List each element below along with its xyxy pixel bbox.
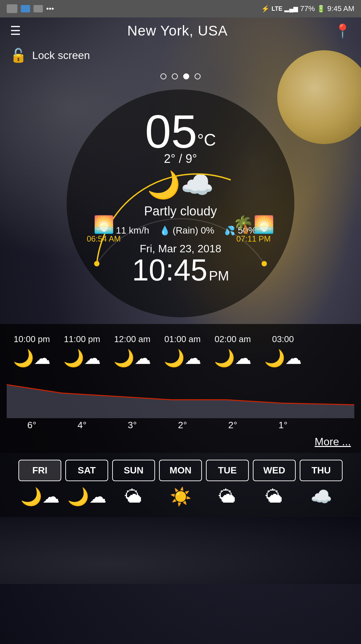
days-section: FRI SAT SUN MON TUE WED THU 🌙☁ 🌙☁ 🌥 ☀️ 🌥… [0,453,361,517]
day-icon-thu: ☁️ [300,487,343,507]
day-button-sun[interactable]: SUN [112,460,155,481]
weather-arc [67,89,294,317]
hourly-item-3: 01:00 am 🌙☁ [157,331,208,371]
hourly-time-0: 10:00 pm [7,334,57,344]
page-dot-4[interactable] [195,73,201,79]
menu-button[interactable]: ☰ [10,24,21,38]
day-icons-row: 🌙☁ 🌙☁ 🌥 ☀️ 🌥 🌥 ☁️ [3,487,358,514]
status-bar: ••• ⚡ LTE ▂▄▆ 77% 🔋 9:45 AM [0,0,361,17]
page-dots [0,67,361,83]
status-bar-left: ••• [7,4,54,13]
city-name: New York, USA [127,23,228,39]
temp-chart-svg [7,375,354,418]
hourly-icon-5: 🌙☁ [258,348,308,368]
sunset-icon: 🌴🌅 [233,215,274,234]
hourly-icon-1: 🌙☁ [57,348,107,368]
weather-circle-container: 🌅 06:54 AM 🌴🌅 07:11 PM 05°C 2° / 9° 🌙☁️ [0,83,361,324]
hourly-icon-4: 🌙☁ [208,348,258,368]
more-apps-icon: ••• [46,4,54,13]
temperature-chart [7,375,354,418]
hourly-time-1: 11:00 pm [57,334,107,344]
mail-icon [33,5,43,12]
location-icon[interactable]: 📍 [334,23,351,39]
battery-icon: 🔋 [317,5,325,13]
status-bar-right: ⚡ LTE ▂▄▆ 77% 🔋 9:45 AM [261,4,354,13]
page-dot-3[interactable] [183,73,189,79]
more-row: More ... [0,432,361,453]
svg-point-1 [262,261,267,266]
day-icon-sat: 🌙☁ [65,487,108,507]
temp-label-2: 3° [107,418,157,432]
day-button-thu[interactable]: THU [300,460,343,481]
svg-marker-2 [7,385,354,418]
bluetooth-icon: ⚡ [261,5,270,13]
lock-screen-row[interactable]: 🔓 Lock screen [0,44,361,67]
bottom-bg [0,517,361,584]
lock-screen-label: Lock screen [32,49,90,62]
page-dot-2[interactable] [172,73,178,79]
sunrise-icon: 🌅 [87,215,121,234]
temp-label-1: 4° [57,418,107,432]
day-icon-tue: 🌥 [206,487,249,507]
day-button-sat[interactable]: SAT [65,460,108,481]
day-button-wed[interactable]: WED [253,460,296,481]
hourly-item-4: 02:00 am 🌙☁ [208,331,258,371]
page-dot-1[interactable] [160,73,166,79]
hourly-time-4: 02:00 am [208,334,258,344]
hourly-icon-0: 🌙☁ [7,348,57,368]
sunrise-label: 🌅 06:54 AM [87,215,121,244]
hourly-times: 10:00 pm 🌙☁ 11:00 pm 🌙☁ 12:00 am 🌙☁ 01:0… [0,331,361,371]
temp-label-3: 2° [157,418,208,432]
hourly-item-2: 12:00 am 🌙☁ [107,331,157,371]
hourly-icon-3: 🌙☁ [157,348,208,368]
signal-icon: ▂▄▆ [284,5,298,12]
weather-circle: 🌅 06:54 AM 🌴🌅 07:11 PM 05°C 2° / 9° 🌙☁️ [67,89,294,317]
hourly-time-5: 03:00 [258,334,308,344]
day-button-fri[interactable]: FRI [18,460,61,481]
day-icon-mon: ☀️ [159,487,202,507]
hourly-item-5: 03:00 🌙☁ [258,331,308,371]
hourly-icon-2: 🌙☁ [107,348,157,368]
day-icon-wed: 🌥 [253,487,296,507]
gallery-icon [7,4,17,13]
day-button-tue[interactable]: TUE [206,460,249,481]
hourly-time-2: 12:00 am [107,334,157,344]
day-icon-sun: 🌥 [112,487,155,507]
hourly-section: 10:00 pm 🌙☁ 11:00 pm 🌙☁ 12:00 am 🌙☁ 01:0… [0,324,361,432]
temp-label-0: 6° [7,418,57,432]
clock: 9:45 AM [327,4,354,13]
days-row: FRI SAT SUN MON TUE WED THU [3,460,358,481]
hourly-item-0: 10:00 pm 🌙☁ [7,331,57,371]
temp-labels: 6° 4° 3° 2° 2° 1° [0,418,361,432]
lte-label: LTE [272,5,283,12]
more-button[interactable]: More ... [315,436,351,448]
day-button-mon[interactable]: MON [159,460,202,481]
hourly-time-3: 01:00 am [157,334,208,344]
sunrise-time: 06:54 AM [87,234,121,244]
folder-icon [21,5,30,12]
sunset-label: 🌴🌅 07:11 PM [233,215,274,244]
svg-point-0 [94,261,99,266]
sunset-time: 07:11 PM [233,234,274,244]
header: ☰ New York, USA 📍 [0,17,361,44]
battery-level: 77% [300,4,315,13]
hourly-item-1: 11:00 pm 🌙☁ [57,331,107,371]
day-icon-fri: 🌙☁ [18,487,61,507]
temp-label-5: 1° [258,418,308,432]
lock-icon: 🔓 [10,48,27,63]
temp-label-4: 2° [208,418,258,432]
